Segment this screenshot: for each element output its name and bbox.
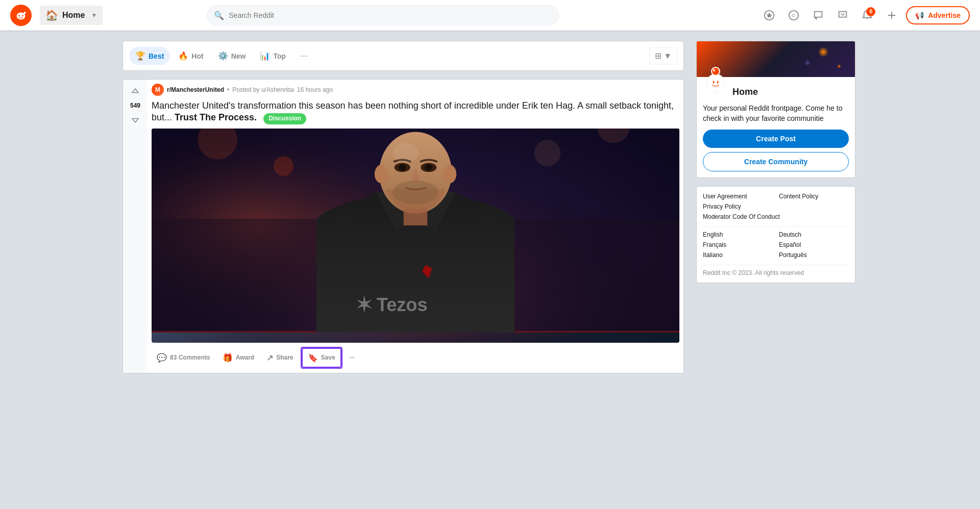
lang-english[interactable]: English <box>703 231 773 238</box>
post-flair[interactable]: Discussion <box>263 113 306 124</box>
svg-point-39 <box>718 81 722 84</box>
upvote-icon <box>131 87 140 96</box>
sort-new-button[interactable]: ⚙️ New <box>212 47 252 65</box>
search-bar-container: 🔍 <box>207 5 559 26</box>
time-ago: 16 hours ago <box>297 86 333 93</box>
post-card: 549 M r/ManchesterUnited • Posted by u/A… <box>122 79 684 373</box>
feed-area: 🏆 Best 🔥 Hot ⚙️ New 📊 Top ··· ⊞ ▼ <box>122 41 684 373</box>
right-sidebar: Home Your personal Reddit frontpage. Com… <box>696 41 855 373</box>
svg-point-5 <box>18 13 20 14</box>
lang-espanol[interactable]: Español <box>779 241 849 248</box>
svg-text:✶ Tezos: ✶ Tezos <box>356 294 428 315</box>
post-content: M r/ManchesterUnited • Posted by u/Ashen… <box>148 80 683 373</box>
chat-icon-btn[interactable] <box>808 5 828 26</box>
layout-icon: ⊞ <box>655 51 662 61</box>
layout-button[interactable]: ⊞ ▼ <box>649 47 677 64</box>
layout-chevron-icon: ▼ <box>664 52 672 61</box>
sort-hot-button[interactable]: 🔥 Hot <box>172 47 209 65</box>
comments-icon: 💬 <box>157 353 167 363</box>
home-title: Home <box>732 81 758 97</box>
downvote-button[interactable] <box>127 111 143 128</box>
sort-more-dots: ··· <box>300 50 308 61</box>
advertise-megaphone-icon: 📢 <box>915 11 924 19</box>
sort-best-button[interactable]: 🏆 Best <box>129 47 170 65</box>
svg-point-16 <box>534 140 561 166</box>
footer-divider-2 <box>703 265 849 265</box>
advertise-button[interactable]: 📢 Advertise <box>906 6 970 24</box>
post-image-svg: ✶ Tezos <box>152 129 679 333</box>
svg-point-1 <box>17 12 26 19</box>
svg-point-25 <box>398 164 406 171</box>
premium-icon-btn[interactable] <box>759 5 779 26</box>
svg-point-27 <box>393 181 438 205</box>
share-button[interactable]: ↗ Share <box>261 349 298 367</box>
comments-button[interactable]: 💬 83 Comments <box>152 349 215 367</box>
post-title: Manchester United's transformation this … <box>152 100 679 124</box>
new-icon: ⚙️ <box>218 51 228 61</box>
plus-icon <box>886 10 897 21</box>
post-image: ✶ Tezos <box>152 129 679 343</box>
dropdown-chevron-icon: ▼ <box>91 12 97 19</box>
lang-francais[interactable]: Français <box>703 241 773 248</box>
search-icon: 🔍 <box>214 10 224 20</box>
sort-more-button[interactable]: ··· <box>294 46 314 65</box>
post-image-container[interactable]: ✶ Tezos <box>152 129 679 343</box>
lang-portugues[interactable]: Português <box>779 251 849 259</box>
sort-hot-label: Hot <box>191 52 203 60</box>
upvote-button[interactable] <box>127 84 143 100</box>
best-icon: 🏆 <box>135 51 145 61</box>
svg-point-26 <box>425 164 433 171</box>
reddit-logo[interactable] <box>10 5 32 26</box>
premium-icon <box>764 10 775 21</box>
sidebar-home-card: Home Your personal Reddit frontpage. Com… <box>696 41 855 178</box>
more-button[interactable]: ··· <box>345 350 360 365</box>
svg-rect-28 <box>404 209 428 225</box>
svg-point-34 <box>713 69 715 71</box>
svg-point-29 <box>393 143 419 163</box>
top-icon: 📊 <box>260 51 270 61</box>
more-dots: ··· <box>350 354 355 361</box>
sort-top-button[interactable]: 📊 Top <box>254 47 292 65</box>
vote-count: 549 <box>130 102 140 109</box>
sort-new-label: New <box>231 52 246 60</box>
sidebar-home-header: Home <box>697 67 855 104</box>
create-community-button[interactable]: Create Community <box>703 152 849 171</box>
messages-icon <box>837 10 848 21</box>
svg-point-15 <box>274 156 293 176</box>
content-policy-link[interactable]: Content Policy <box>779 193 849 200</box>
svg-point-41 <box>712 95 719 97</box>
messages-icon-btn[interactable] <box>832 5 853 26</box>
create-post-button[interactable]: Create Post <box>703 130 849 148</box>
lang-italiano[interactable]: Italiano <box>703 251 773 259</box>
copyright-text: Reddit Inc © 2023. All rights reserved <box>703 269 849 276</box>
add-icon-btn[interactable] <box>881 5 902 26</box>
privacy-policy-link[interactable]: Privacy Policy <box>703 203 773 210</box>
lang-deutsch[interactable]: Deutsch <box>779 231 849 238</box>
language-grid: English Deutsch Français Español Italian… <box>703 231 849 259</box>
svg-point-22 <box>443 165 456 183</box>
subreddit-name[interactable]: r/ManchesterUnited <box>167 86 224 93</box>
svg-text:©: © <box>792 13 795 18</box>
search-input[interactable] <box>207 5 559 26</box>
posted-by: Posted by u/Ashennba <box>232 86 294 93</box>
svg-point-33 <box>712 68 719 75</box>
sort-top-label: Top <box>273 52 286 60</box>
post-meta: M r/ManchesterUnited • Posted by u/Ashen… <box>152 84 679 96</box>
advertise-label: Advertise <box>928 11 961 19</box>
reddit-snoo-logo <box>14 8 28 22</box>
notifications-icon-btn[interactable]: 6 <box>857 5 877 26</box>
save-button[interactable]: 🔖 Save <box>302 348 341 368</box>
comments-label: 83 Comments <box>170 354 210 361</box>
post-title-bold: Trust The Process. <box>175 112 257 122</box>
main-wrapper: 🏆 Best 🔥 Hot ⚙️ New 📊 Top ··· ⊞ ▼ <box>0 31 980 384</box>
award-button[interactable]: 🎁 Award <box>217 349 259 367</box>
award-icon: 🎁 <box>223 353 233 363</box>
notification-count: 6 <box>866 7 875 16</box>
user-agreement-link[interactable]: User Agreement <box>703 193 773 200</box>
home-button[interactable]: 🏠 Home ▼ <box>40 6 103 25</box>
award-label: Award <box>236 354 254 361</box>
coins-icon-btn[interactable]: © <box>783 5 804 26</box>
sidebar-description: Your personal Reddit frontpage. Come he … <box>697 104 855 130</box>
meta-separator: • <box>227 86 229 93</box>
moderator-code-link[interactable]: Moderator Code Of Conduct <box>703 213 849 220</box>
